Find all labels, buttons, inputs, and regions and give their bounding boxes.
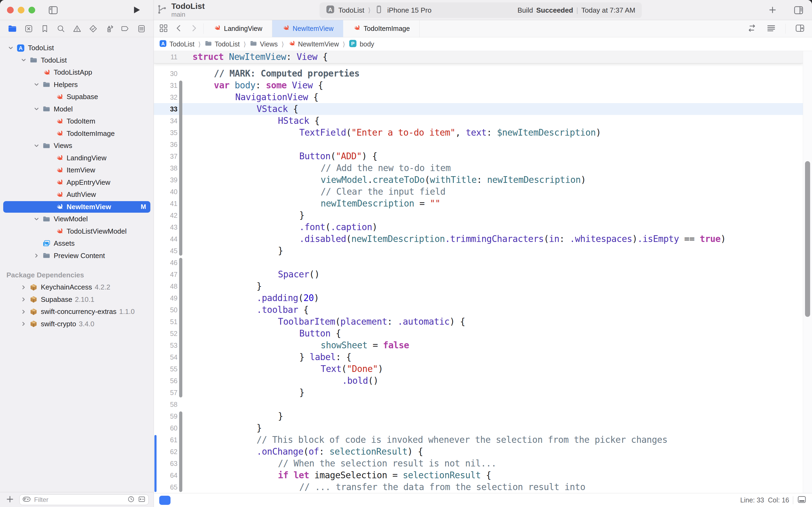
scm-filter-icon[interactable] xyxy=(138,495,146,504)
sidebar-item-model[interactable]: Model xyxy=(0,103,154,115)
code-line-32[interactable]: 32NavigationView { xyxy=(154,91,803,103)
code-line-43[interactable]: 43.font(.caption) xyxy=(154,221,803,233)
back-chevron-icon[interactable] xyxy=(174,23,183,34)
sidebar-item-assets[interactable]: Assets xyxy=(0,237,154,250)
line-number[interactable]: 63 xyxy=(154,458,177,469)
breadcrumb-item-NewItemView[interactable]: NewItemView xyxy=(288,40,339,49)
code-line-35[interactable]: 35TextField("Enter a to-do item", text: … xyxy=(154,127,803,138)
sidebar-item-helpers[interactable]: Helpers xyxy=(0,79,154,91)
vertical-scrollbar[interactable] xyxy=(803,51,812,493)
navigator-find-icon[interactable] xyxy=(56,24,65,33)
code-line-60[interactable]: 60} xyxy=(154,422,803,434)
line-number[interactable]: 32 xyxy=(154,91,177,103)
code-line-65[interactable]: 65// ... transfer the data from the sele… xyxy=(154,481,803,493)
breakpoint-indicator[interactable] xyxy=(159,496,171,505)
navigator-source-control-icon[interactable] xyxy=(24,24,33,33)
sidebar-item-supabase[interactable]: Supabase xyxy=(0,91,154,103)
line-number[interactable]: 43 xyxy=(154,221,177,233)
line-number[interactable]: 38 xyxy=(154,162,177,174)
line-number[interactable]: 58 xyxy=(154,398,177,410)
chevron-down-icon[interactable] xyxy=(31,106,42,113)
sidebar-item-landingview[interactable]: LandingView xyxy=(0,152,154,164)
code-line-52[interactable]: 52Button { xyxy=(154,328,803,339)
code-line-47[interactable]: 47Spacer() xyxy=(154,269,803,280)
sidebar-divider[interactable] xyxy=(154,0,154,507)
line-number[interactable]: 37 xyxy=(154,150,177,162)
code-line-45[interactable]: 45} xyxy=(154,245,803,257)
sidebar-item-todoitem[interactable]: TodoItem xyxy=(0,115,154,127)
related-items-icon[interactable] xyxy=(159,23,168,34)
code-line-58[interactable]: 58 xyxy=(154,398,803,410)
code-line-44[interactable]: 44.disabled(newItemDescription.trimmingC… xyxy=(154,233,803,245)
sidebar-item-authview[interactable]: AuthView xyxy=(0,188,154,201)
code-line-57[interactable]: 57} xyxy=(154,387,803,398)
navigator-issues-icon[interactable] xyxy=(72,24,81,33)
sidebar-item-todolist[interactable]: TodoList xyxy=(0,54,154,67)
sidebar-item-preview-content[interactable]: Preview Content xyxy=(0,250,154,262)
navigator-tests-icon[interactable] xyxy=(89,24,98,33)
sidebar-item-newitemview[interactable]: NewItemViewM xyxy=(0,201,154,213)
sidebar-item-todoitemimage[interactable]: TodoItemImage xyxy=(0,127,154,140)
breadcrumb-item-TodoList[interactable]: ATodoList xyxy=(159,40,194,49)
package-item-keychainaccess[interactable]: KeychainAccess4.2.2 xyxy=(0,281,154,293)
breadcrumb-item-body[interactable]: Pbody xyxy=(349,40,374,49)
sidebar-item-appentryview[interactable]: AppEntryView xyxy=(0,176,154,189)
chevron-down-icon[interactable] xyxy=(31,81,42,88)
code-line-61[interactable]: 61// This block of code is invoked whene… xyxy=(154,434,803,446)
line-number[interactable]: 65 xyxy=(154,481,177,493)
forward-chevron-icon[interactable] xyxy=(189,23,198,34)
code-line-51[interactable]: 51ToolbarItem(placement: .automatic) { xyxy=(154,316,803,328)
code-line-36[interactable]: 36 xyxy=(154,138,803,150)
package-item-supabase[interactable]: Supabase2.10.1 xyxy=(0,293,154,306)
run-button[interactable] xyxy=(130,4,142,17)
code-review-icon[interactable] xyxy=(747,23,757,35)
line-number[interactable]: 64 xyxy=(154,469,177,481)
code-line-31[interactable]: 31var body: some View { xyxy=(154,79,803,91)
chevron-right-icon[interactable] xyxy=(18,284,29,291)
line-number[interactable]: 33 xyxy=(154,103,177,115)
code-line-48[interactable]: 48} xyxy=(154,280,803,292)
line-number[interactable]: 52 xyxy=(154,328,177,339)
line-number[interactable]: 55 xyxy=(154,363,177,375)
sidebar-item-todolistapp[interactable]: TodoListApp xyxy=(0,66,154,79)
add-file-icon[interactable] xyxy=(5,494,15,505)
package-item-swift-crypto[interactable]: swift-crypto3.4.0 xyxy=(0,318,154,330)
package-item-swift-concurrency-extras[interactable]: swift-concurrency-extras1.1.0 xyxy=(0,305,154,318)
zoom-button[interactable] xyxy=(28,7,35,13)
recent-files-clock-icon[interactable] xyxy=(127,495,135,504)
tab-TodoItemImage[interactable]: TodoItemImage xyxy=(343,20,420,37)
code-line-63[interactable]: 63// When the selection result is not ni… xyxy=(154,458,803,469)
code-line-50[interactable]: 50.toolbar { xyxy=(154,304,803,316)
code-line-42[interactable]: 42} xyxy=(154,210,803,221)
line-number[interactable]: 51 xyxy=(154,316,177,328)
build-status[interactable]: Build Succeeded | Today at 7:37 AM xyxy=(517,6,635,14)
scheme-target[interactable]: TodoList xyxy=(338,6,364,14)
line-number[interactable]: 54 xyxy=(154,351,177,363)
chevron-down-icon[interactable] xyxy=(5,45,16,52)
source-control-change-bar[interactable] xyxy=(179,258,182,397)
scheme-selector[interactable]: A TodoList ⟩ iPhone 15 Pro Build Succeed… xyxy=(320,2,642,18)
code-line-53[interactable]: 53showSheet = false xyxy=(154,339,803,351)
code-line-49[interactable]: 49.padding(20) xyxy=(154,292,803,304)
code-line-41[interactable]: 41newItemDescription = "" xyxy=(154,198,803,210)
line-number[interactable]: 41 xyxy=(154,198,177,210)
line-number[interactable]: 49 xyxy=(154,292,177,304)
navigator-debug-icon[interactable] xyxy=(105,24,114,33)
chevron-right-icon[interactable] xyxy=(18,296,29,303)
code-line-59[interactable]: 59} xyxy=(154,410,803,422)
filter-input[interactable] xyxy=(34,496,124,504)
split-editor-icon[interactable] xyxy=(795,23,805,35)
code-line-37[interactable]: 37Button("ADD") { xyxy=(154,150,803,162)
chevron-right-icon[interactable] xyxy=(18,308,29,315)
line-number[interactable]: 34 xyxy=(154,115,177,127)
line-number[interactable]: 45 xyxy=(154,245,177,257)
navigator-reports-icon[interactable] xyxy=(137,24,146,33)
add-tab-button[interactable] xyxy=(767,5,777,16)
source-control-change-bar[interactable] xyxy=(179,411,182,492)
chevron-right-icon[interactable] xyxy=(31,252,42,259)
line-number[interactable]: 57 xyxy=(154,387,177,398)
chevron-right-icon[interactable] xyxy=(18,320,29,327)
scheme-device[interactable]: iPhone 15 Pro xyxy=(387,6,431,14)
code-line-64[interactable]: 64if let imageSelection = selectionResul… xyxy=(154,469,803,481)
sidebar-item-todolist[interactable]: ATodoList xyxy=(0,42,154,54)
